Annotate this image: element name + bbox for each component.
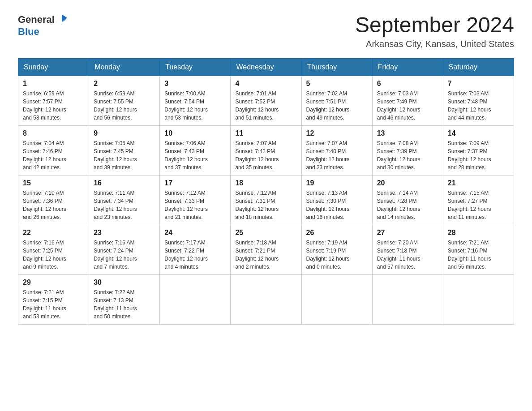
day-info: Sunrise: 7:16 AMSunset: 7:24 PMDaylight:…: [94, 239, 155, 271]
day-number: 19: [306, 179, 368, 187]
day-info: Sunrise: 7:15 AMSunset: 7:27 PMDaylight:…: [448, 189, 509, 221]
calendar-day-header: Tuesday: [160, 58, 231, 76]
calendar-cell: 28Sunrise: 7:21 AMSunset: 7:16 PMDayligh…: [443, 225, 514, 274]
page-header: General Blue September 2024 Arkansas Cit…: [18, 13, 514, 49]
calendar-day-header: Friday: [372, 58, 443, 76]
day-number: 21: [448, 179, 509, 187]
day-number: 10: [164, 129, 226, 137]
day-info: Sunrise: 7:13 AMSunset: 7:30 PMDaylight:…: [306, 189, 368, 221]
day-info: Sunrise: 7:16 AMSunset: 7:25 PMDaylight:…: [23, 239, 84, 271]
day-number: 25: [235, 229, 296, 237]
day-number: 12: [306, 129, 368, 137]
day-number: 26: [306, 229, 368, 237]
day-number: 27: [377, 229, 438, 237]
day-info: Sunrise: 7:08 AMSunset: 7:39 PMDaylight:…: [377, 139, 438, 171]
calendar-cell: 11Sunrise: 7:07 AMSunset: 7:42 PMDayligh…: [231, 125, 301, 175]
logo-blue-text: Blue: [18, 26, 39, 38]
calendar-cell: 3Sunrise: 7:00 AMSunset: 7:54 PMDaylight…: [160, 76, 231, 125]
calendar-cell: 5Sunrise: 7:02 AMSunset: 7:51 PMDaylight…: [301, 76, 372, 125]
title-section: September 2024 Arkansas City, Kansas, Un…: [355, 13, 514, 49]
calendar-day-header: Sunday: [18, 58, 89, 76]
day-number: 24: [164, 229, 226, 237]
calendar-cell: 23Sunrise: 7:16 AMSunset: 7:24 PMDayligh…: [89, 225, 160, 274]
calendar-cell: 17Sunrise: 7:12 AMSunset: 7:33 PMDayligh…: [160, 175, 231, 225]
calendar-cell: 9Sunrise: 7:05 AMSunset: 7:45 PMDaylight…: [89, 125, 160, 175]
calendar-cell: [301, 274, 372, 324]
calendar-cell: 19Sunrise: 7:13 AMSunset: 7:30 PMDayligh…: [301, 175, 372, 225]
calendar-cell: 1Sunrise: 6:59 AMSunset: 7:57 PMDaylight…: [18, 76, 89, 125]
day-info: Sunrise: 6:59 AMSunset: 7:57 PMDaylight:…: [23, 90, 84, 122]
day-info: Sunrise: 7:04 AMSunset: 7:46 PMDaylight:…: [23, 139, 84, 171]
day-number: 29: [23, 278, 84, 287]
calendar-cell: 7Sunrise: 7:03 AMSunset: 7:48 PMDaylight…: [443, 76, 514, 125]
calendar-cell: 14Sunrise: 7:09 AMSunset: 7:37 PMDayligh…: [443, 125, 514, 175]
calendar-table: SundayMondayTuesdayWednesdayThursdayFrid…: [18, 58, 514, 325]
day-info: Sunrise: 7:21 AMSunset: 7:15 PMDaylight:…: [23, 288, 84, 321]
day-number: 5: [306, 80, 368, 88]
calendar-day-header: Wednesday: [231, 58, 301, 76]
day-number: 14: [448, 129, 509, 137]
calendar-cell: 26Sunrise: 7:19 AMSunset: 7:19 PMDayligh…: [301, 225, 372, 274]
calendar-cell: 18Sunrise: 7:12 AMSunset: 7:31 PMDayligh…: [231, 175, 301, 225]
calendar-week-row: 8Sunrise: 7:04 AMSunset: 7:46 PMDaylight…: [18, 125, 514, 175]
day-number: 7: [448, 80, 509, 88]
day-info: Sunrise: 7:10 AMSunset: 7:36 PMDaylight:…: [23, 189, 84, 221]
day-number: 18: [235, 179, 296, 187]
day-info: Sunrise: 7:17 AMSunset: 7:22 PMDaylight:…: [164, 239, 226, 271]
day-number: 6: [377, 80, 438, 88]
calendar-cell: 8Sunrise: 7:04 AMSunset: 7:46 PMDaylight…: [18, 125, 89, 175]
day-number: 30: [94, 278, 155, 287]
day-info: Sunrise: 7:12 AMSunset: 7:33 PMDaylight:…: [164, 189, 226, 221]
day-number: 2: [94, 80, 155, 88]
day-info: Sunrise: 7:22 AMSunset: 7:13 PMDaylight:…: [94, 288, 155, 321]
calendar-cell: [160, 274, 231, 324]
calendar-day-header: Monday: [89, 58, 160, 76]
day-number: 1: [23, 80, 84, 88]
calendar-cell: 27Sunrise: 7:20 AMSunset: 7:18 PMDayligh…: [372, 225, 443, 274]
calendar-cell: 29Sunrise: 7:21 AMSunset: 7:15 PMDayligh…: [18, 274, 89, 324]
logo: General Blue: [18, 13, 68, 38]
day-number: 4: [235, 80, 296, 88]
day-number: 22: [23, 229, 84, 237]
calendar-week-row: 1Sunrise: 6:59 AMSunset: 7:57 PMDaylight…: [18, 76, 514, 125]
calendar-cell: 13Sunrise: 7:08 AMSunset: 7:39 PMDayligh…: [372, 125, 443, 175]
day-info: Sunrise: 7:11 AMSunset: 7:34 PMDaylight:…: [94, 189, 155, 221]
day-number: 17: [164, 179, 226, 187]
day-number: 13: [377, 129, 438, 137]
day-info: Sunrise: 7:07 AMSunset: 7:42 PMDaylight:…: [235, 139, 296, 171]
calendar-header-row: SundayMondayTuesdayWednesdayThursdayFrid…: [18, 58, 514, 76]
day-info: Sunrise: 7:03 AMSunset: 7:49 PMDaylight:…: [377, 90, 438, 122]
day-info: Sunrise: 7:06 AMSunset: 7:43 PMDaylight:…: [164, 139, 226, 171]
calendar-cell: 16Sunrise: 7:11 AMSunset: 7:34 PMDayligh…: [89, 175, 160, 225]
calendar-day-header: Thursday: [301, 58, 372, 76]
day-info: Sunrise: 7:14 AMSunset: 7:28 PMDaylight:…: [377, 189, 438, 221]
calendar-cell: 25Sunrise: 7:18 AMSunset: 7:21 PMDayligh…: [231, 225, 301, 274]
day-number: 20: [377, 179, 438, 187]
day-number: 16: [94, 179, 155, 187]
day-info: Sunrise: 7:18 AMSunset: 7:21 PMDaylight:…: [235, 239, 296, 271]
calendar-cell: 24Sunrise: 7:17 AMSunset: 7:22 PMDayligh…: [160, 225, 231, 274]
calendar-cell: 10Sunrise: 7:06 AMSunset: 7:43 PMDayligh…: [160, 125, 231, 175]
logo-general-text: General: [18, 14, 55, 26]
day-info: Sunrise: 7:20 AMSunset: 7:18 PMDaylight:…: [377, 239, 438, 271]
calendar-cell: 21Sunrise: 7:15 AMSunset: 7:27 PMDayligh…: [443, 175, 514, 225]
logo-flag-icon: [56, 13, 68, 26]
calendar-day-header: Saturday: [443, 58, 514, 76]
day-number: 11: [235, 129, 296, 137]
calendar-cell: 2Sunrise: 6:59 AMSunset: 7:55 PMDaylight…: [89, 76, 160, 125]
calendar-cell: [443, 274, 514, 324]
calendar-week-row: 29Sunrise: 7:21 AMSunset: 7:15 PMDayligh…: [18, 274, 514, 324]
day-number: 23: [94, 229, 155, 237]
calendar-cell: 6Sunrise: 7:03 AMSunset: 7:49 PMDaylight…: [372, 76, 443, 125]
day-info: Sunrise: 6:59 AMSunset: 7:55 PMDaylight:…: [94, 90, 155, 122]
calendar-cell: 20Sunrise: 7:14 AMSunset: 7:28 PMDayligh…: [372, 175, 443, 225]
logo-line1: General: [18, 13, 68, 26]
calendar-cell: [231, 274, 301, 324]
calendar-cell: 15Sunrise: 7:10 AMSunset: 7:36 PMDayligh…: [18, 175, 89, 225]
calendar-cell: 22Sunrise: 7:16 AMSunset: 7:25 PMDayligh…: [18, 225, 89, 274]
day-info: Sunrise: 7:21 AMSunset: 7:16 PMDaylight:…: [448, 239, 509, 271]
location-subtitle: Arkansas City, Kansas, United States: [355, 39, 514, 49]
day-info: Sunrise: 7:09 AMSunset: 7:37 PMDaylight:…: [448, 139, 509, 171]
day-number: 3: [164, 80, 226, 88]
calendar-week-row: 22Sunrise: 7:16 AMSunset: 7:25 PMDayligh…: [18, 225, 514, 274]
